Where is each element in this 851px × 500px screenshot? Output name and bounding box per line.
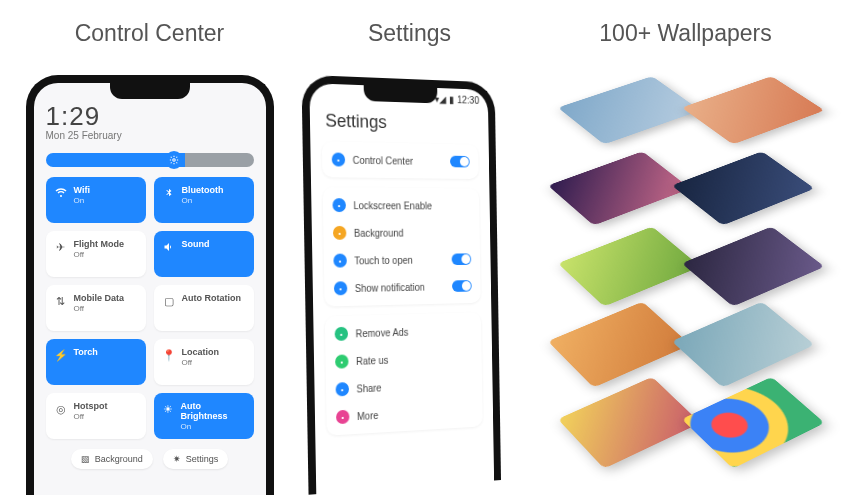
tile-sound[interactable]: Sound [154, 231, 254, 277]
wallpaper-card[interactable] [681, 377, 824, 469]
hotspot-icon: ◎ [54, 403, 68, 416]
tile-mobiledata[interactable]: ⇅Mobile DataOff [46, 285, 146, 331]
clock-time: 1:29 [46, 101, 254, 132]
tile-label: Torch [74, 347, 98, 357]
toggle-touch[interactable] [451, 253, 471, 265]
tile-label: Bluetooth [182, 185, 224, 195]
phone-notch [363, 85, 437, 103]
row-icon: • [335, 410, 349, 425]
tile-sub: On [182, 196, 224, 205]
settings-row-more[interactable]: •More [335, 396, 473, 431]
wallpaper-row [546, 69, 826, 149]
row-label: Lockscreen Enable [353, 200, 432, 211]
wallpaper-row [546, 381, 826, 461]
tile-autobright[interactable]: ☀Auto BrightnessOn [154, 393, 254, 439]
brightness-icon: ☀ [162, 403, 175, 416]
tile-label: Flight Mode [74, 239, 125, 249]
wallpaper-row [546, 147, 826, 227]
wallpaper-row [546, 225, 826, 305]
tile-sub: Off [74, 250, 125, 259]
tile-label: Auto Brightness [181, 401, 246, 421]
col-title-settings: Settings [368, 20, 451, 47]
battery-icon: ▮ [448, 94, 454, 105]
row-icon: • [332, 198, 346, 212]
row-icon: • [332, 226, 346, 240]
row-label: Control Center [352, 154, 413, 166]
settings-group-1: •Control Center [321, 141, 478, 179]
settings-label: Settings [186, 454, 219, 464]
row-label: Share [356, 382, 381, 394]
phone-notch [110, 83, 190, 99]
status-time: 12:30 [456, 94, 478, 105]
wallpaper-gallery [546, 75, 826, 495]
tile-bluetooth[interactable]: BluetoothOn [154, 177, 254, 223]
row-icon: • [333, 254, 347, 268]
rotate-icon: ▢ [162, 295, 176, 308]
brightness-slider[interactable] [46, 153, 254, 167]
wallpaper-card[interactable] [557, 377, 700, 469]
tile-sub: Off [182, 358, 220, 367]
toggle-notif[interactable] [452, 280, 472, 292]
column-settings: Settings ▾◢ ▮ 12:30 Settings •Control Ce… [305, 20, 515, 500]
signal-icon: ⇅ [54, 295, 68, 308]
quick-tiles-grid: WifiOnBluetoothOn✈Flight ModeOffSound⇅Mo… [46, 177, 254, 439]
tile-sub: On [74, 196, 90, 205]
image-icon: ▧ [81, 454, 90, 464]
column-wallpapers: 100+ Wallpapers [546, 20, 826, 500]
tile-label: Wifi [74, 185, 90, 195]
bottom-actions: ▧ Background ✷ Settings [46, 449, 254, 469]
wallpaper-card[interactable] [547, 151, 690, 225]
row-label: More [356, 410, 378, 422]
tile-label: Mobile Data [74, 293, 125, 303]
gear-icon: ✷ [173, 454, 181, 464]
tile-autorotation[interactable]: ▢Auto Rotation [154, 285, 254, 331]
col-title-control-center: Control Center [75, 20, 225, 47]
tile-location[interactable]: 📍LocationOff [154, 339, 254, 385]
settings-group-3: •Remove Ads•Rate us•Share•More [324, 312, 482, 435]
tile-label: Hotspot [74, 401, 108, 411]
wallpaper-card[interactable] [681, 226, 824, 306]
toggle-cc[interactable] [449, 156, 469, 168]
settings-button[interactable]: ✷ Settings [163, 449, 229, 469]
wallpaper-card[interactable] [557, 76, 700, 144]
wallpaper-card[interactable] [547, 302, 690, 388]
row-icon: • [331, 152, 345, 166]
tile-label: Sound [182, 239, 210, 249]
bluetooth-icon [162, 187, 176, 199]
svg-point-0 [173, 159, 176, 162]
wallpaper-card[interactable] [671, 151, 814, 225]
tile-torch[interactable]: ⚡Torch [46, 339, 146, 385]
wallpaper-row [546, 303, 826, 383]
wallpaper-card[interactable] [671, 302, 814, 388]
volume-icon [162, 241, 176, 253]
tile-label: Location [182, 347, 220, 357]
tile-sub: On [181, 422, 246, 431]
tile-sub: Off [74, 304, 125, 313]
settings-row-touch[interactable]: •Touch to open [333, 246, 471, 275]
row-icon: • [334, 327, 348, 341]
row-label: Rate us [355, 354, 387, 366]
row-icon: • [335, 354, 349, 368]
row-label: Remove Ads [355, 326, 408, 338]
phone-control-center: 1:29 Mon 25 February WifiOnBluetoothOn✈F… [26, 75, 274, 495]
tile-sub: Off [74, 412, 108, 421]
tile-wifi[interactable]: WifiOn [46, 177, 146, 223]
row-label: Show notification [354, 281, 424, 293]
col-title-wallpapers: 100+ Wallpapers [599, 20, 771, 47]
page-title: Settings [325, 111, 474, 136]
wallpaper-card[interactable] [681, 76, 824, 144]
tile-hotspot[interactable]: ◎HotspotOff [46, 393, 146, 439]
settings-row-cc[interactable]: •Control Center [331, 146, 469, 176]
gear-icon[interactable] [165, 151, 183, 169]
wallpaper-card[interactable] [557, 226, 700, 306]
settings-row-bg[interactable]: •Background [332, 219, 470, 247]
tile-label: Auto Rotation [182, 293, 241, 303]
clock-date: Mon 25 February [46, 130, 254, 141]
tile-flight[interactable]: ✈Flight ModeOff [46, 231, 146, 277]
column-control-center: Control Center 1:29 Mon 25 February Wifi… [26, 20, 274, 500]
row-label: Touch to open [354, 254, 413, 265]
background-button[interactable]: ▧ Background [71, 449, 153, 469]
settings-row-lock[interactable]: •Lockscreen Enable [332, 191, 470, 219]
row-label: Background [353, 227, 403, 238]
settings-row-notif[interactable]: •Show notification [333, 272, 471, 302]
